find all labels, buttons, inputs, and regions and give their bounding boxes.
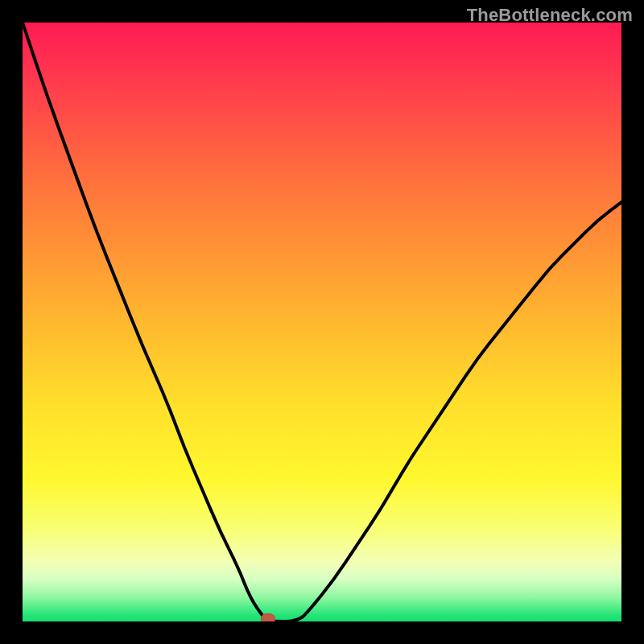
watermark-text: TheBottleneck.com	[467, 5, 633, 26]
current-point-marker	[261, 613, 275, 621]
chart-frame: TheBottleneck.com	[0, 0, 644, 644]
bottleneck-curve	[23, 23, 621, 621]
plot-area	[23, 23, 621, 621]
